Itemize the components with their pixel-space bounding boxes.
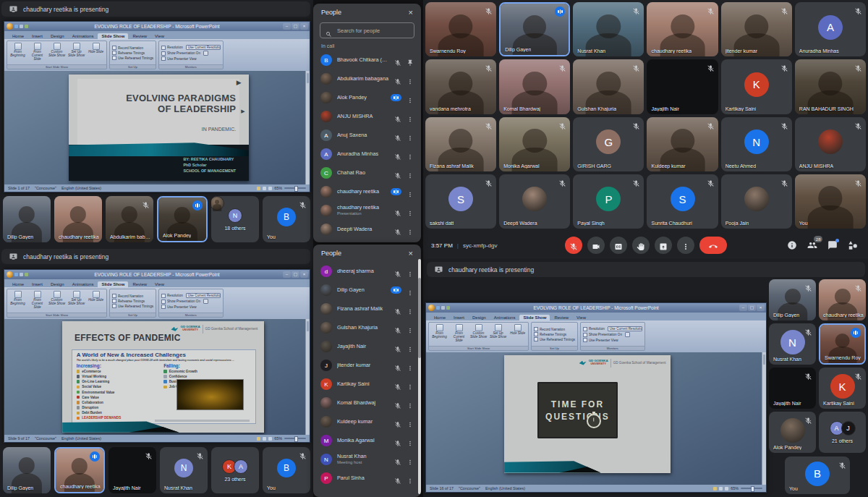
ribbon-button[interactable]: Set Up Slide Show: [67, 42, 85, 64]
present-button[interactable]: [655, 237, 672, 254]
video-tile[interactable]: Deepti Wadera: [499, 174, 570, 229]
participant-row[interactable]: Abdulkarim babagana: [313, 69, 421, 88]
video-tile[interactable]: Fizana ashraf Malik: [425, 117, 496, 171]
ppt-tab[interactable]: Design: [469, 315, 490, 320]
participant-row[interactable]: CChahat Rao: [313, 163, 421, 182]
ppt-tab[interactable]: Insert: [28, 281, 46, 287]
more-options-icon[interactable]: [407, 305, 414, 313]
more-options-icon[interactable]: [407, 437, 414, 444]
video-tile[interactable]: chaudhary reetika: [54, 196, 102, 242]
participant-row[interactable]: Jayajith Nair: [313, 337, 421, 356]
scrollbar[interactable]: [305, 319, 310, 435]
ribbon-option[interactable]: Use Presenter View: [161, 56, 221, 61]
video-tile[interactable]: jitender kumar: [721, 2, 792, 56]
video-tile[interactable]: Gulshan Khajuria: [573, 59, 644, 114]
more-options-button[interactable]: [677, 237, 694, 254]
video-tile[interactable]: chaudhary reetika: [647, 2, 718, 56]
ribbon-option[interactable]: Rehearse Timings: [534, 332, 575, 336]
more-options-icon[interactable]: [407, 286, 414, 294]
zoom-slider[interactable]: [741, 488, 762, 489]
mic-toggle-button[interactable]: [565, 237, 582, 254]
more-options-icon[interactable]: [407, 226, 414, 233]
video-tile[interactable]: NNusrat Khan: [769, 323, 816, 365]
participant-row[interactable]: Alok Pandey: [313, 88, 421, 107]
ppt-tab[interactable]: Insert: [28, 33, 46, 39]
participant-row[interactable]: Fizana ashraf Malik: [313, 300, 421, 318]
ribbon-option[interactable]: ResolutionUse Current Resolution: [161, 293, 221, 298]
participant-row[interactable]: chaudhary reetika: [313, 182, 421, 201]
video-tile[interactable]: Swarnendu Roy: [819, 323, 866, 365]
ribbon-option[interactable]: Record Narration: [112, 46, 153, 50]
more-options-icon[interactable]: [407, 418, 414, 425]
more-options-icon[interactable]: [407, 150, 414, 158]
video-tile[interactable]: AJ21 others: [819, 412, 866, 453]
ppt-tab[interactable]: View: [573, 315, 590, 320]
participant-row[interactable]: NNusrat KhanMeeting host: [313, 450, 421, 469]
video-tile[interactable]: Alok Pandey: [769, 412, 816, 453]
scrollbar[interactable]: [762, 352, 766, 485]
people-panel-icon[interactable]: 28: [807, 240, 817, 250]
participant-row[interactable]: PParul Sinha: [313, 469, 421, 488]
quick-access-toolbar[interactable]: [14, 25, 28, 28]
ribbon-button[interactable]: Custom Slide Show: [469, 323, 488, 345]
more-options-icon[interactable]: [407, 268, 414, 275]
participant-row[interactable]: AAnuj Saxena: [313, 126, 421, 145]
participant-row[interactable]: AAnuradha Minhas: [313, 145, 421, 163]
more-options-icon[interactable]: [407, 381, 414, 388]
ribbon-button[interactable]: From Current Slide: [28, 290, 46, 312]
close-icon[interactable]: ×: [409, 9, 413, 17]
participant-row[interactable]: Deepti Wadera: [313, 220, 421, 239]
video-tile[interactable]: Swarnendu Roy: [425, 2, 496, 56]
captions-button[interactable]: [610, 237, 627, 254]
ribbon-button[interactable]: From Beginning: [9, 42, 27, 64]
video-tile[interactable]: chaudhary reetika: [54, 447, 105, 493]
ribbon-button[interactable]: Custom Slide Show: [48, 42, 66, 64]
ppt-tab[interactable]: Animations: [69, 281, 98, 287]
ppt-tab[interactable]: Home: [9, 33, 27, 39]
more-options-icon[interactable]: [407, 456, 414, 463]
ribbon-button[interactable]: From Beginning: [9, 290, 27, 312]
video-tile[interactable]: BYou: [263, 447, 310, 493]
participant-row[interactable]: BBhavook Chitkara (You): [313, 51, 421, 69]
scrollbar[interactable]: [305, 71, 310, 184]
video-tile[interactable]: Nusrat Khan: [573, 2, 644, 56]
more-options-icon[interactable]: [407, 324, 414, 331]
zoom-slider[interactable]: [284, 187, 306, 189]
video-tile[interactable]: Jayajith Nair: [109, 447, 156, 493]
video-tile[interactable]: Alok Pandey: [157, 196, 208, 242]
office-button[interactable]: [428, 305, 435, 311]
ribbon-button[interactable]: Set Up Slide Show: [489, 323, 507, 345]
ribbon-button[interactable]: Set Up Slide Show: [67, 290, 85, 312]
participant-row[interactable]: ANJU MISHRA: [313, 107, 421, 126]
ribbon-button[interactable]: From Beginning: [430, 323, 448, 345]
ribbon-option[interactable]: Use Presenter View: [161, 305, 221, 309]
ribbon-option[interactable]: Rehearse Timings: [112, 51, 153, 55]
quick-access-toolbar[interactable]: [14, 273, 28, 276]
ribbon-option[interactable]: ResolutionUse Current Resolution: [161, 45, 221, 50]
video-tile[interactable]: AAnuradha Minhas: [795, 2, 866, 56]
ppt-tab[interactable]: Home: [9, 281, 27, 287]
video-tile[interactable]: chaudhary reetika: [819, 279, 866, 320]
more-options-icon[interactable]: [407, 362, 414, 369]
office-button[interactable]: [7, 23, 13, 30]
participant-row[interactable]: KKartikay Saini: [313, 375, 421, 394]
video-tile[interactable]: Kuldeep kumar: [647, 117, 718, 171]
search-input[interactable]: [336, 27, 409, 35]
ribbon-option[interactable]: Record Narration: [112, 294, 153, 298]
more-options-icon[interactable]: [407, 169, 414, 177]
participant-row[interactable]: ddheeraj sharma: [313, 262, 421, 281]
more-options-icon[interactable]: [407, 207, 414, 214]
more-options-icon[interactable]: [407, 475, 414, 482]
video-tile[interactable]: Abdulkarim baba...: [106, 196, 153, 242]
video-tile[interactable]: Ssakshi datt: [425, 174, 496, 229]
more-options-icon[interactable]: [407, 343, 414, 350]
raise-hand-button[interactable]: [632, 237, 650, 254]
participant-row[interactable]: MMonika Agarwal: [313, 431, 421, 450]
ribbon-option[interactable]: Use Rehearsed Timings: [112, 304, 153, 308]
participant-row[interactable]: Komal Bhardwaj: [313, 394, 421, 412]
ppt-tab[interactable]: Design: [47, 33, 68, 39]
office-button[interactable]: [7, 271, 13, 278]
ribbon-option[interactable]: Record Narration: [534, 327, 575, 331]
video-tile[interactable]: RAN BAHADUR SINGH: [795, 59, 866, 114]
video-tile[interactable]: You: [795, 174, 866, 229]
